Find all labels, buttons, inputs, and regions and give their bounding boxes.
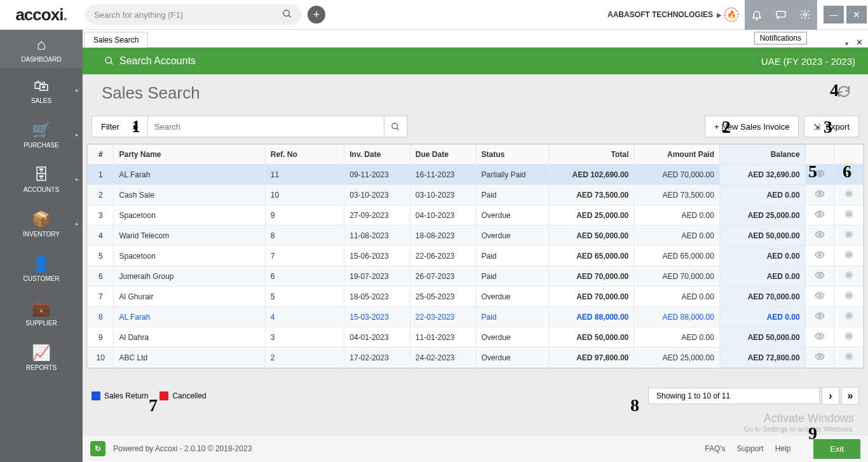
cell-inv-date: 27-09-2023 (344, 205, 410, 226)
sidebar-item-reports[interactable]: 📈 REPORTS (0, 335, 83, 379)
global-search[interactable]: Search for anything (F1) (85, 4, 301, 25)
app-logo: accoxi. (0, 0, 83, 30)
table-row[interactable]: 9Al Dahra304-01-202311-01-2023OverdueAED… (88, 327, 864, 348)
more-icon[interactable] (834, 327, 864, 348)
table-row[interactable]: 4Warid Telecom811-08-202318-08-2023Overd… (88, 226, 864, 246)
sidebar-item-inventory[interactable]: 📦 INVENTORY▸ (0, 201, 83, 246)
cell-total: AED 50,000.00 (548, 327, 634, 348)
close-tab-icon[interactable]: ✕ (851, 37, 868, 47)
cell-index: 10 (88, 348, 114, 368)
col-inv-date[interactable]: Inv. Date (344, 145, 410, 165)
svg-rect-51 (846, 336, 851, 336)
next-page-button[interactable]: › (822, 387, 839, 405)
col-balance[interactable]: Balance (719, 145, 805, 165)
export-button[interactable]: ⇲ Export (804, 116, 859, 137)
svg-rect-50 (846, 334, 851, 335)
more-icon[interactable] (834, 185, 864, 205)
refresh-icon[interactable] (836, 84, 851, 103)
content-area: Sales Search Filter ▶ + New Sales Invoic… (83, 74, 868, 435)
sidebar-item-accounts[interactable]: 🗄 ACCOUNTS▸ (0, 157, 83, 201)
view-icon[interactable] (805, 185, 834, 205)
sidebar-item-dashboard[interactable]: ⌂ DASHBOARD (0, 30, 83, 68)
table-row[interactable]: 2Cash Sale1003-10-202303-10-2023PaidAED … (88, 185, 864, 205)
last-page-button[interactable]: » (841, 387, 859, 405)
view-icon[interactable] (805, 266, 834, 287)
support-link[interactable]: Support (737, 444, 764, 453)
help-link[interactable]: Help (775, 444, 791, 453)
more-icon[interactable] (834, 226, 864, 246)
sidebar-item-sales[interactable]: 🛍 SALES▸ (0, 68, 83, 112)
view-icon[interactable] (805, 226, 834, 246)
cell-balance: AED 0.00 (719, 266, 805, 287)
cell-inv-date: 18-05-2023 (344, 287, 410, 307)
notifications-tooltip: Notifications (754, 32, 807, 44)
more-icon[interactable] (834, 287, 864, 307)
minimize-button[interactable]: — (823, 5, 844, 24)
filter-button[interactable]: Filter ▶ (92, 116, 148, 137)
sidebar-item-supplier[interactable]: 💼 SUPPLIER (0, 290, 83, 335)
table-row[interactable]: 1AL Farah1109-11-202316-11-2023Partially… (88, 165, 864, 185)
col-paid[interactable]: Amount Paid (634, 145, 720, 165)
cell-index: 9 (88, 327, 114, 348)
more-icon[interactable] (834, 165, 864, 185)
tab-sales-search[interactable]: Sales Search (84, 32, 148, 48)
cell-inv-date: 15-06-2023 (344, 246, 410, 266)
col-ref[interactable]: Ref. No (265, 145, 344, 165)
view-icon[interactable] (805, 165, 834, 185)
svg-line-7 (397, 128, 398, 130)
col-status[interactable]: Status (476, 145, 548, 165)
new-sales-invoice-button[interactable]: + New Sales Invoice (705, 116, 799, 137)
exit-button[interactable]: Exit (813, 439, 860, 459)
company-name[interactable]: AABASOFT TECHNOLOGIES (607, 10, 717, 19)
notification-icon[interactable] (745, 0, 769, 30)
col-index[interactable]: # (88, 145, 114, 165)
chevron-right-icon: ▸ (76, 132, 79, 138)
footer: ↻ Powered by Accoxi - 2.0.10 © 2018-2023… (83, 435, 868, 462)
cell-due-date: 04-10-2023 (410, 205, 476, 226)
view-icon[interactable] (805, 348, 834, 368)
svg-point-38 (818, 294, 821, 297)
col-party[interactable]: Party Name (114, 145, 265, 165)
legend-sales-return: Sales Return (104, 391, 148, 400)
svg-rect-46 (846, 315, 851, 316)
search-input[interactable] (148, 116, 384, 137)
cell-party: Warid Telecom (114, 226, 265, 246)
cell-due-date: 26-07-2023 (410, 266, 476, 287)
svg-point-28 (818, 254, 821, 256)
table-row[interactable]: 7Al Ghurair518-05-202325-05-2023OverdueA… (88, 287, 864, 307)
pin-icon[interactable]: ▾ (845, 40, 851, 47)
sidebar-item-purchase[interactable]: 🛒 PURCHASE▸ (0, 112, 83, 157)
more-icon[interactable] (834, 205, 864, 226)
more-icon[interactable] (834, 348, 864, 368)
sidebar-item-customer[interactable]: 👤 CUSTOMER (0, 246, 83, 290)
table-row[interactable]: 3Spacetoon927-09-202304-10-2023OverdueAE… (88, 205, 864, 226)
col-due-date[interactable]: Due Date (410, 145, 476, 165)
search-button[interactable] (384, 116, 407, 137)
more-icon[interactable] (834, 246, 864, 266)
search-icon (282, 9, 292, 21)
table-row[interactable]: 6Jumeraih Group619-07-202326-07-2023Paid… (88, 266, 864, 287)
sidebar: ⌂ DASHBOARD 🛍 SALES▸ 🛒 PURCHASE▸ 🗄 ACCOU… (0, 30, 83, 462)
chevron-right-icon: ▸ (76, 87, 79, 93)
view-icon[interactable] (805, 287, 834, 307)
faq-link[interactable]: FAQ's (705, 444, 725, 453)
more-icon[interactable] (834, 307, 864, 327)
view-icon[interactable] (805, 307, 834, 327)
table-row[interactable]: 8AL Farah415-03-202322-03-2023PaidAED 88… (88, 307, 864, 327)
view-icon[interactable] (805, 246, 834, 266)
chat-icon[interactable] (769, 0, 793, 30)
cell-total: AED 102,690.00 (548, 165, 634, 185)
more-icon[interactable] (834, 266, 864, 287)
table-row[interactable]: 10ABC Ltd217-02-202324-02-2023OverdueAED… (88, 348, 864, 368)
cell-party: Spacetoon (114, 246, 265, 266)
cell-balance: AED 50,000.00 (719, 327, 805, 348)
view-icon[interactable] (805, 205, 834, 226)
settings-icon[interactable] (793, 0, 817, 30)
close-window-button[interactable]: ✕ (846, 5, 867, 24)
col-total[interactable]: Total (548, 145, 634, 165)
view-icon[interactable] (805, 327, 834, 348)
table-row[interactable]: 5Spacetoon715-06-202322-06-2023PaidAED 6… (88, 246, 864, 266)
fire-icon[interactable]: 🔥 (724, 8, 738, 22)
add-button[interactable]: + (308, 6, 325, 24)
cell-paid: AED 0.00 (634, 327, 720, 348)
